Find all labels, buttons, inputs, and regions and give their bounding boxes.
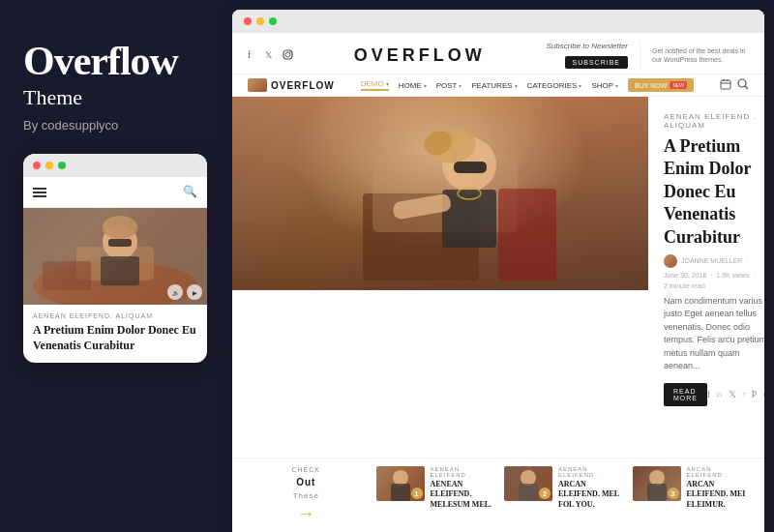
facebook-icon[interactable]: f	[248, 49, 257, 61]
nav-logo-text: OVERFLOW	[271, 80, 335, 91]
svg-rect-13	[721, 80, 730, 89]
bottom-article-2[interactable]: 2 AENEAN ELEIFEND . ARCAN ELEIFEND. MEL …	[504, 466, 621, 510]
view-count: 1.6K views	[716, 272, 749, 279]
hero-content: AENEAN ELEIFEND . ALIQUAM A Pretium Enim…	[648, 97, 764, 458]
win-dot-red	[244, 17, 252, 25]
chevron-down-icon: ▾	[424, 82, 427, 89]
bottom-category-1: AENEAN ELEIFEND .	[431, 466, 493, 478]
subscribe-text: Subscribe to Newsletter	[547, 42, 628, 51]
check-text: Check	[291, 466, 320, 473]
hero-category: AENEAN ELEIFEND . ALIQUAM	[664, 112, 764, 130]
chevron-down-icon: ▾	[579, 82, 581, 89]
mobile-top-bar	[23, 154, 207, 177]
hero-section: AENEAN ELEIFEND . ALIQUAM A Pretium Enim…	[232, 97, 764, 458]
subscribe-button[interactable]: SUBSCRIBE	[565, 56, 628, 69]
subscribe-box: Subscribe to Newsletter SUBSCRIBE	[547, 42, 628, 69]
left-panel: Overflow Theme By codesupplyco OVERFLOW …	[0, 0, 232, 532]
bottom-text-3: ARCAN ELEIFEND . ARCAN ELEIFEND. MEI ELE…	[687, 466, 750, 510]
twitter-icon[interactable]: 𝕏	[265, 49, 275, 61]
bottom-title-1: AENEAN ELEIFEND. MELESUM MEL.	[431, 480, 493, 510]
nav-icons	[720, 78, 749, 92]
desktop-nav: OVERFLOW DEMO ▾ HOME ▾ POST ▾ FEATURES ▾	[232, 74, 764, 96]
desktop-logo: OVERFLOW	[293, 45, 547, 66]
bottom-category-3: ARCAN ELEIFEND .	[687, 466, 750, 478]
read-time: 2 minute read	[664, 282, 705, 289]
dot-red	[33, 162, 41, 169]
nav-links: DEMO ▾ HOME ▾ POST ▾ FEATURES ▾ CATEGORI…	[361, 78, 694, 92]
theme-title: Overflow	[23, 39, 209, 83]
win-dot-yellow	[256, 17, 264, 25]
svg-rect-7	[43, 261, 91, 290]
svg-point-6	[103, 216, 137, 239]
new-badge: NEW	[670, 81, 687, 89]
desktop-mockup: f 𝕏 OVERFLOW Subscribe to Newsletter	[232, 10, 764, 532]
desktop-header: f 𝕏 OVERFLOW Subscribe to Newsletter	[232, 33, 764, 97]
bottom-text-1: AENEAN ELEIFEND . AENEAN ELEIFEND. MELES…	[431, 466, 493, 510]
svg-rect-5	[108, 239, 132, 247]
mobile-image-controls: 🔊 ▶	[167, 284, 202, 300]
nav-link-demo[interactable]: DEMO ▾	[361, 79, 389, 91]
bottom-title-2: ARCAN ELEIFEND. MEL FOL YOU.	[558, 480, 621, 510]
hero-excerpt: Nam condimentum varius justo Eget aenean…	[664, 295, 764, 373]
bottom-title-3: ARCAN ELEIFEND. MEI ELEIMUR.	[687, 480, 750, 510]
nav-link-home[interactable]: HOME ▾	[399, 81, 427, 90]
calendar-icon[interactable]	[720, 78, 731, 92]
desktop-header-top: f 𝕏 OVERFLOW Subscribe to Newsletter	[232, 33, 764, 74]
social-icons: f 𝕏	[248, 49, 293, 62]
out-text: Out	[296, 477, 315, 488]
svg-line-18	[745, 86, 748, 89]
twitter-share-icon[interactable]: 𝕏	[729, 389, 736, 399]
nav-link-features[interactable]: FEATURES ▾	[471, 81, 517, 90]
check-out-label: Check Out These →	[248, 466, 365, 524]
mobile-category: AENEAN ELEIFEND. ALIQUAM	[33, 312, 197, 319]
bottom-article-1[interactable]: 1 AENEAN ELEIFEND . AENEAN ELEIFEND. MEL…	[376, 466, 493, 510]
mobile-mockup: OVERFLOW 🔍 🔊	[23, 154, 207, 363]
nav-link-shop[interactable]: SHOP ▾	[591, 81, 618, 90]
bottom-category-2: AENEAN ELEIFEND .	[558, 466, 621, 478]
win-dot-green	[269, 17, 277, 25]
nav-logo-small: OVERFLOW	[248, 78, 335, 92]
bottom-num-3: 3	[668, 488, 679, 499]
nav-link-post[interactable]: POST ▾	[436, 81, 462, 90]
desktop-top-bar	[232, 10, 764, 33]
bottom-text-2: AENEAN ELEIFEND . ARCAN ELEIFEND. MEL FO…	[558, 466, 621, 510]
read-more-button[interactable]: READ MORE	[664, 383, 707, 406]
mobile-search-icon[interactable]: 🔍	[183, 185, 197, 199]
nav-logo-image	[248, 78, 267, 92]
bottom-article-3[interactable]: 3 ARCAN ELEIFEND . ARCAN ELEIFEND. MEI E…	[633, 466, 750, 510]
theme-subtitle: Theme	[23, 85, 209, 110]
svg-point-17	[738, 79, 746, 87]
hero-footer: READ MORE f 21 𝕏 7 P 69	[664, 383, 764, 406]
these-text: These	[293, 491, 319, 500]
svg-rect-28	[498, 189, 556, 281]
facebook-share-icon[interactable]: f	[707, 389, 710, 399]
bottom-num-1: 1	[411, 488, 423, 499]
author-avatar	[664, 254, 677, 268]
svg-point-34	[649, 470, 665, 486]
bottom-thumb-2: 2	[504, 466, 552, 501]
theme-author: By codesupplyco	[23, 118, 209, 133]
play-icon[interactable]: ▶	[187, 284, 202, 300]
svg-rect-33	[519, 484, 538, 501]
hero-meta: JOANNE MUELLER · June 30, 2018 · 1.6K vi…	[664, 254, 764, 289]
svg-point-11	[285, 52, 290, 57]
arrow-right-icon: →	[297, 504, 314, 524]
mobile-article-title: A Pretium Enim Dolor Donec Eu Venenatis …	[33, 323, 197, 353]
hero-title: A Pretium Enim Dolor Donec Eu Venenatis …	[664, 135, 764, 249]
volume-icon[interactable]: 🔊	[167, 284, 183, 300]
instagram-icon[interactable]	[283, 49, 293, 62]
svg-rect-4	[101, 256, 139, 285]
svg-point-30	[393, 470, 408, 486]
publish-date: June 30, 2018	[664, 272, 706, 279]
svg-point-32	[521, 470, 536, 486]
pinterest-share-icon[interactable]: P	[752, 389, 758, 399]
buy-now-button[interactable]: BUY NOW NEW	[628, 78, 694, 92]
search-icon[interactable]	[737, 78, 749, 92]
mobile-logo: OVERFLOW	[76, 187, 154, 198]
dot-yellow	[45, 162, 53, 169]
svg-rect-35	[647, 484, 667, 501]
bottom-thumb-1: 1	[376, 466, 425, 501]
hamburger-icon[interactable]	[33, 188, 46, 197]
svg-rect-10	[283, 50, 292, 59]
nav-link-categories[interactable]: CATEGORIES ▾	[527, 81, 582, 90]
